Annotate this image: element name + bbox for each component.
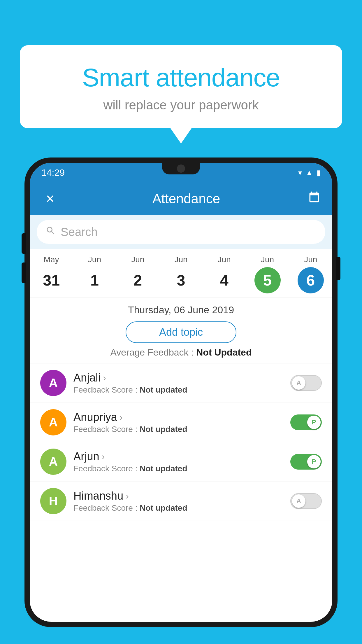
toggle-knob: P — [307, 455, 321, 468]
search-bar[interactable]: Search — [37, 220, 325, 244]
cal-month-label: Jun — [218, 255, 231, 264]
search-container: Search — [30, 215, 332, 249]
speech-bubble: Smart attendance will replace your paper… — [20, 45, 342, 128]
avg-feedback-value: Not Updated — [196, 347, 252, 358]
avatar: A — [40, 449, 66, 475]
cal-month-label: Jun — [261, 255, 274, 264]
calendar-day[interactable]: Jun1 — [81, 255, 108, 293]
cal-date-label: 3 — [168, 267, 194, 293]
student-feedback: Feedback Score : Not updated — [73, 385, 283, 395]
phone-notch — [162, 163, 200, 174]
chevron-icon: › — [126, 491, 129, 501]
signal-icon: ▲ — [305, 168, 313, 177]
phone-camera — [177, 164, 185, 173]
avatar: A — [40, 370, 66, 396]
add-topic-button[interactable]: Add topic — [126, 321, 236, 343]
cal-month-label: Jun — [174, 255, 187, 264]
chevron-icon: › — [102, 451, 105, 462]
phone-container: 14:29 ▾ ▲ ▮ × Attendance — [24, 158, 338, 644]
toggle-container: P — [290, 414, 322, 430]
student-info: Arjun ›Feedback Score : Not updated — [73, 450, 283, 473]
cal-month-label: Jun — [304, 255, 317, 264]
attendance-toggle[interactable]: A — [290, 375, 322, 391]
cal-month-label: May — [44, 255, 59, 264]
app-title: Attendance — [65, 191, 308, 206]
toggle-container: P — [290, 454, 322, 470]
attendance-toggle[interactable]: A — [290, 493, 322, 509]
selected-date-label: Thursday, 06 June 2019 — [30, 298, 332, 318]
cal-month-label: Jun — [131, 255, 144, 264]
student-item: AAnupriya ›Feedback Score : Not updatedP — [30, 403, 332, 442]
bubble-title: Smart attendance — [31, 63, 331, 92]
phone-outer: 14:29 ▾ ▲ ▮ × Attendance — [24, 158, 338, 627]
cal-date-label: 31 — [38, 267, 64, 293]
calendar-day[interactable]: Jun6 — [298, 255, 324, 293]
calendar-day[interactable]: Jun3 — [168, 255, 194, 293]
avg-feedback: Average Feedback : Not Updated — [30, 347, 332, 363]
student-list: AAnjali ›Feedback Score : Not updatedAAA… — [30, 363, 332, 521]
wifi-icon: ▾ — [298, 168, 302, 177]
student-feedback: Feedback Score : Not updated — [73, 464, 283, 473]
student-feedback: Feedback Score : Not updated — [73, 503, 283, 513]
calendar-day[interactable]: Jun5 — [254, 255, 281, 293]
student-name[interactable]: Himanshu › — [73, 490, 283, 502]
student-info: Anjali ›Feedback Score : Not updated — [73, 372, 283, 395]
main-content: Thursday, 06 June 2019 Add topic Average… — [30, 298, 332, 521]
power-button — [336, 257, 340, 280]
status-icons: ▾ ▲ ▮ — [298, 168, 321, 177]
phone-screen: 14:29 ▾ ▲ ▮ × Attendance — [30, 163, 332, 622]
cal-date-label: 5 — [254, 267, 281, 293]
student-name[interactable]: Anjali › — [73, 372, 283, 384]
avatar: A — [40, 409, 66, 435]
student-name[interactable]: Anupriya › — [73, 411, 283, 424]
cal-date-label: 1 — [81, 267, 108, 293]
toggle-container: A — [290, 493, 322, 509]
toggle-container: A — [290, 375, 322, 391]
toggle-knob: P — [307, 416, 321, 429]
student-item: HHimanshu ›Feedback Score : Not updatedA — [30, 482, 332, 521]
search-placeholder: Search — [61, 225, 98, 239]
avatar: H — [40, 488, 66, 514]
chevron-icon: › — [120, 412, 123, 423]
calendar-strip: May31Jun1Jun2Jun3Jun4Jun5Jun6 — [30, 249, 332, 298]
search-icon — [45, 225, 56, 239]
student-item: AAnjali ›Feedback Score : Not updatedA — [30, 363, 332, 403]
chevron-icon: › — [103, 372, 106, 383]
avg-feedback-label: Average Feedback : — [110, 347, 194, 358]
vol-up-button — [22, 233, 26, 254]
speech-bubble-container: Smart attendance will replace your paper… — [20, 45, 342, 128]
cal-date-label: 6 — [298, 267, 324, 293]
toggle-knob: A — [292, 494, 305, 508]
calendar-button[interactable] — [308, 191, 321, 206]
toggle-knob: A — [292, 376, 305, 390]
close-button[interactable]: × — [41, 190, 59, 207]
calendar-day[interactable]: Jun4 — [211, 255, 237, 293]
bubble-subtitle: will replace your paperwork — [31, 98, 331, 112]
student-info: Anupriya ›Feedback Score : Not updated — [73, 411, 283, 434]
attendance-toggle[interactable]: P — [290, 454, 322, 470]
attendance-toggle[interactable]: P — [290, 414, 322, 430]
calendar-day[interactable]: Jun2 — [125, 255, 151, 293]
cal-date-label: 2 — [125, 267, 151, 293]
student-info: Himanshu ›Feedback Score : Not updated — [73, 490, 283, 513]
vol-down-button — [22, 262, 26, 283]
battery-icon: ▮ — [317, 168, 321, 177]
app-bar: × Attendance — [30, 183, 332, 215]
student-name[interactable]: Arjun › — [73, 450, 283, 463]
cal-month-label: Jun — [88, 255, 101, 264]
status-time: 14:29 — [41, 167, 65, 178]
student-item: AArjun ›Feedback Score : Not updatedP — [30, 442, 332, 482]
calendar-day[interactable]: May31 — [38, 255, 64, 293]
cal-date-label: 4 — [211, 267, 237, 293]
student-feedback: Feedback Score : Not updated — [73, 425, 283, 434]
